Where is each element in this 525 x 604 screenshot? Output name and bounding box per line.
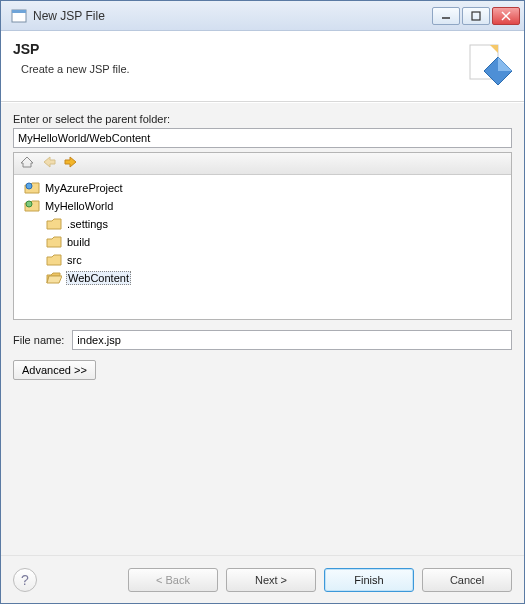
cancel-button[interactable]: Cancel <box>422 568 512 592</box>
svg-marker-11 <box>44 157 55 167</box>
folder-icon <box>46 217 62 231</box>
help-button[interactable]: ? <box>13 568 37 592</box>
svg-point-14 <box>26 201 32 207</box>
svg-marker-10 <box>21 157 33 167</box>
tree-node[interactable]: build <box>16 233 509 251</box>
wizard-footer: ? < Back Next > Finish Cancel <box>1 555 524 603</box>
tree-node-label: MyAzureProject <box>44 182 124 194</box>
back-button[interactable]: < Back <box>128 568 218 592</box>
banner-text: JSP Create a new JSP file. <box>13 41 466 89</box>
window-controls <box>432 7 520 25</box>
tree-toolbar <box>14 153 511 175</box>
filename-row: File name: <box>13 330 512 350</box>
banner-icon <box>466 43 512 89</box>
advanced-button[interactable]: Advanced >> <box>13 360 96 380</box>
project-icon <box>24 181 40 195</box>
banner-heading: JSP <box>13 41 466 57</box>
folder-open-icon <box>46 271 62 285</box>
app-icon <box>11 8 27 24</box>
filename-input[interactable] <box>72 330 512 350</box>
maximize-button[interactable] <box>462 7 490 25</box>
tree-node[interactable]: MyHelloWorld <box>16 197 509 215</box>
forward-arrow-icon[interactable] <box>64 156 78 171</box>
tree-node[interactable]: MyAzureProject <box>16 179 509 197</box>
tree-node[interactable]: .settings <box>16 215 509 233</box>
finish-button[interactable]: Finish <box>324 568 414 592</box>
svg-marker-12 <box>65 157 76 167</box>
svg-rect-1 <box>12 10 26 13</box>
folder-icon <box>46 235 62 249</box>
help-icon: ? <box>21 572 29 588</box>
tree-node-label: src <box>66 254 83 266</box>
titlebar: New JSP File <box>1 1 524 31</box>
banner-subtext: Create a new JSP file. <box>21 63 466 75</box>
tree-node-label: WebContent <box>66 271 131 285</box>
wizard-banner: JSP Create a new JSP file. <box>1 31 524 102</box>
svg-rect-3 <box>472 12 480 20</box>
filename-label: File name: <box>13 334 64 346</box>
tree-node[interactable]: WebContent <box>16 269 509 287</box>
folder-tree[interactable]: MyAzureProjectMyHelloWorld.settingsbuild… <box>14 175 511 319</box>
tree-node-label: .settings <box>66 218 109 230</box>
parent-folder-input[interactable] <box>13 128 512 148</box>
close-button[interactable] <box>492 7 520 25</box>
project-web-icon <box>24 199 40 213</box>
home-icon[interactable] <box>20 155 34 172</box>
tree-node[interactable]: src <box>16 251 509 269</box>
tree-node-label: MyHelloWorld <box>44 200 114 212</box>
tree-node-label: build <box>66 236 91 248</box>
minimize-button[interactable] <box>432 7 460 25</box>
folder-tree-panel: MyAzureProjectMyHelloWorld.settingsbuild… <box>13 152 512 320</box>
svg-point-13 <box>26 183 32 189</box>
parent-folder-label: Enter or select the parent folder: <box>13 113 512 125</box>
next-button[interactable]: Next > <box>226 568 316 592</box>
folder-icon <box>46 253 62 267</box>
back-arrow-icon[interactable] <box>42 156 56 171</box>
wizard-content: Enter or select the parent folder: MyAzu… <box>1 102 524 555</box>
dialog-window: New JSP File JSP Create a new JSP file. … <box>0 0 525 604</box>
window-title: New JSP File <box>33 9 432 23</box>
